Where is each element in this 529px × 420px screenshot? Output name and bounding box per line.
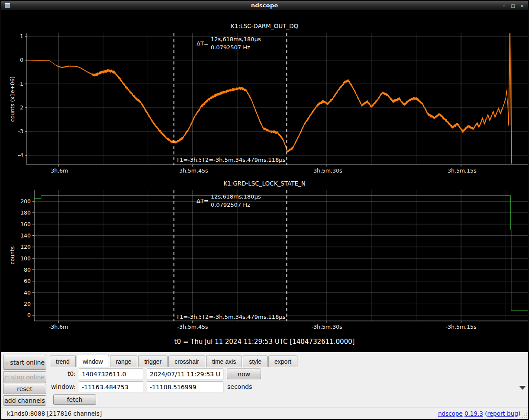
tab-trigger[interactable]: trigger: [138, 356, 168, 367]
cursor-t2-label-lock-state[interactable]: T2=-3h,5m,34s,479ms,118µs: [201, 314, 286, 320]
svg-text:-3h,5m,30s: -3h,5m,30s: [312, 167, 342, 174]
now-button[interactable]: now: [227, 369, 261, 379]
svg-text:counts: counts: [9, 247, 16, 265]
svg-text:0: 0: [20, 57, 23, 63]
stop-icon: □: [5, 375, 9, 381]
play-icon: ▷: [5, 360, 8, 366]
titlebar: ndscope – □ ✕: [1, 1, 528, 10]
svg-text:-3: -3: [18, 128, 23, 135]
t0-utc-input[interactable]: [147, 369, 223, 379]
darm-trace: [27, 33, 512, 164]
t0-field-label: t0:: [38, 370, 76, 377]
window-start-input[interactable]: [79, 382, 143, 392]
svg-text:180: 180: [20, 209, 31, 216]
tab-crosshair[interactable]: crosshair: [168, 356, 205, 367]
maximize-icon[interactable]: □: [510, 3, 516, 8]
app-icon: [5, 2, 10, 9]
svg-text:60: 60: [24, 278, 31, 284]
control-panel: ▷start online □stop online reset add cha…: [1, 352, 528, 407]
delta-t-prefix: ΔT=: [197, 40, 209, 47]
svg-text:100: 100: [20, 255, 31, 262]
tab-bar: trendwindowrangetriggercrosshairtime axi…: [50, 355, 298, 367]
svg-text:-3h,6m: -3h,6m: [49, 324, 68, 330]
tab-style[interactable]: style: [243, 356, 268, 367]
svg-text:-3h,6m: -3h,6m: [49, 167, 68, 174]
svg-text:200: 200: [20, 198, 31, 205]
svg-text:120: 120: [20, 244, 31, 250]
ndscope-link[interactable]: ndscope: [438, 410, 463, 417]
server-status: k1nds0:8088 [217816 channels]: [7, 410, 102, 417]
delta-t-value: 12s,618ms,180µs: [211, 35, 261, 43]
app-window: ndscope – □ ✕ 10-1-2-3-4-3h,6m-3h,5m,45s…: [0, 0, 529, 420]
svg-text:20: 20: [24, 301, 31, 307]
window-end-input[interactable]: [147, 382, 223, 392]
about-links: ndscope 0.19.3 (report bug): [438, 410, 520, 417]
plot-title-darm: K1:LSC-DARM_OUT_DQ: [1, 22, 528, 29]
fetch-button[interactable]: fetch: [53, 394, 96, 405]
svg-text:-1: -1: [18, 80, 23, 87]
cursor-t2-label-darm[interactable]: T2=-3h,5m,34s,479ms,118µs: [201, 157, 286, 163]
plot-region: 10-1-2-3-4-3h,6m-3h,5m,45s-3h,5m,30s-3h,…: [1, 10, 528, 352]
delta-t-value: 12s,618ms,180µs: [211, 192, 261, 201]
svg-text:-3h,5m,15s: -3h,5m,15s: [446, 324, 477, 330]
delta-t-annotation-darm: ΔT= 12s,618ms,180µs 0.0792507 Hz: [197, 35, 261, 51]
svg-text:40: 40: [24, 289, 31, 296]
tab-time-axis[interactable]: time axis: [206, 356, 242, 367]
tab-window[interactable]: window: [77, 355, 109, 367]
version-link[interactable]: 0.19.3: [464, 410, 483, 417]
report-bug-link[interactable]: report bug: [487, 410, 518, 417]
svg-text:-2: -2: [18, 104, 23, 111]
collapse-panel-arrow-icon[interactable]: [519, 386, 526, 390]
svg-text:-3h,5m,30s: -3h,5m,30s: [312, 324, 342, 330]
delta-t-annotation-lock-state: ΔT= 12s,618ms,180µs 0.0792507 Hz: [197, 192, 261, 209]
window-field-label: window:: [38, 383, 76, 390]
svg-text:-3h,5m,15s: -3h,5m,15s: [446, 167, 477, 174]
svg-text:-3h,5m,45s: -3h,5m,45s: [177, 324, 208, 330]
t0-gps-input[interactable]: [79, 369, 143, 379]
svg-text:-4: -4: [18, 152, 24, 158]
minimize-icon[interactable]: –: [501, 3, 506, 8]
lock-state-plot: 200180160140120100806040200-3h,6m-3h,5m,…: [9, 190, 528, 330]
window-title: ndscope: [1, 2, 528, 9]
status-bar: k1nds0:8088 [217816 channels] ndscope 0.…: [1, 407, 528, 419]
close-icon[interactable]: ✕: [519, 3, 525, 8]
svg-text:80: 80: [24, 266, 31, 273]
svg-text:140: 140: [20, 232, 31, 239]
resize-grip[interactable]: [526, 417, 527, 418]
delta-t-frequency: 0.0792507 Hz: [211, 43, 261, 51]
plot-title-lock-state: K1:GRD-LSC_LOCK_STATE_N: [1, 180, 528, 187]
tab-range[interactable]: range: [110, 356, 138, 367]
start-online-button[interactable]: ▷start online: [3, 355, 46, 370]
add-channels-button[interactable]: add channels: [3, 395, 46, 406]
darm-plot: 10-1-2-3-4-3h,6m-3h,5m,45s-3h,5m,30s-3h,…: [9, 33, 528, 174]
svg-text:0: 0: [27, 312, 31, 318]
svg-text:counts (x1e+06): counts (x1e+06): [9, 77, 16, 122]
seconds-label: seconds: [227, 383, 252, 390]
delta-t-prefix: ΔT=: [197, 198, 209, 204]
tab-export[interactable]: export: [268, 356, 297, 367]
delta-t-frequency: 0.0792507 Hz: [211, 201, 261, 209]
svg-text:-3h,5m,45s: -3h,5m,45s: [177, 167, 208, 174]
svg-text:160: 160: [20, 221, 31, 228]
tab-trend[interactable]: trend: [50, 356, 76, 367]
svg-text:1: 1: [20, 33, 23, 39]
t0-caption: t0 = Thu Jul 11 2024 11:29:53 UTC [14047…: [1, 338, 528, 346]
